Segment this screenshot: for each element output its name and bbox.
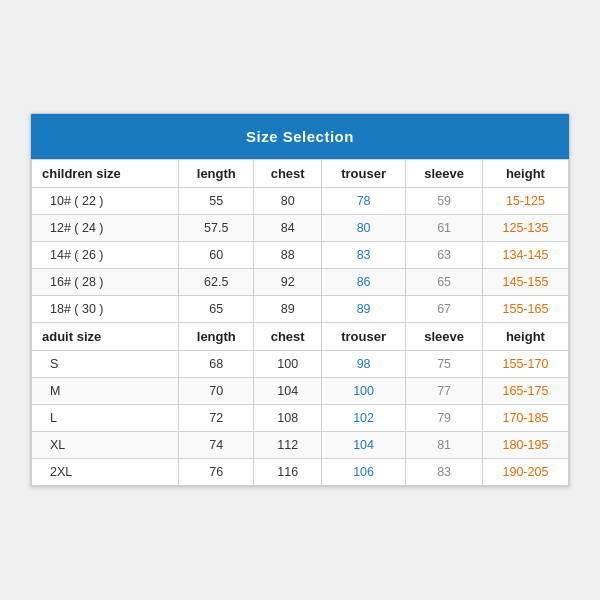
column-header-5: height bbox=[482, 160, 568, 188]
table-cell-col-5: 134-145 bbox=[482, 242, 568, 269]
table-cell-col-2: 108 bbox=[254, 405, 321, 432]
table-cell-col-4: 65 bbox=[406, 269, 483, 296]
table-cell-col-1: 70 bbox=[179, 378, 254, 405]
table-cell-col-4: 77 bbox=[406, 378, 483, 405]
table-cell-col-1: 57.5 bbox=[179, 215, 254, 242]
table-cell-col-1: 76 bbox=[179, 459, 254, 486]
table-cell-col-3: 83 bbox=[321, 242, 405, 269]
size-chart-card: Size Selection children sizelengthchestt… bbox=[30, 113, 570, 487]
table-cell-col-3: 80 bbox=[321, 215, 405, 242]
column-header-3: trouser bbox=[321, 160, 405, 188]
column-header-3: trouser bbox=[321, 323, 405, 351]
table-cell-col-5: 190-205 bbox=[482, 459, 568, 486]
table-cell-col-4: 83 bbox=[406, 459, 483, 486]
table-cell-col-5: 155-170 bbox=[482, 351, 568, 378]
table-cell-col-3: 98 bbox=[321, 351, 405, 378]
table-cell-col-0: XL bbox=[32, 432, 179, 459]
table-cell-col-1: 72 bbox=[179, 405, 254, 432]
table-cell-col-0: 10# ( 22 ) bbox=[32, 188, 179, 215]
table-cell-col-4: 67 bbox=[406, 296, 483, 323]
table-cell-col-0: M bbox=[32, 378, 179, 405]
table-cell-col-4: 61 bbox=[406, 215, 483, 242]
table-cell-col-0: 14# ( 26 ) bbox=[32, 242, 179, 269]
table-cell-col-5: 145-155 bbox=[482, 269, 568, 296]
table-cell-col-2: 88 bbox=[254, 242, 321, 269]
table-cell-col-0: 18# ( 30 ) bbox=[32, 296, 179, 323]
table-cell-col-1: 74 bbox=[179, 432, 254, 459]
table-cell-col-3: 89 bbox=[321, 296, 405, 323]
column-header-1: length bbox=[179, 323, 254, 351]
column-header-5: height bbox=[482, 323, 568, 351]
table-cell-col-3: 102 bbox=[321, 405, 405, 432]
table-cell-col-4: 79 bbox=[406, 405, 483, 432]
table-cell-col-2: 84 bbox=[254, 215, 321, 242]
table-cell-col-3: 78 bbox=[321, 188, 405, 215]
table-cell-col-1: 55 bbox=[179, 188, 254, 215]
table-cell-col-3: 104 bbox=[321, 432, 405, 459]
table-cell-col-2: 104 bbox=[254, 378, 321, 405]
table-cell-col-2: 100 bbox=[254, 351, 321, 378]
table-cell-col-2: 116 bbox=[254, 459, 321, 486]
column-header-2: chest bbox=[254, 160, 321, 188]
table-cell-col-2: 112 bbox=[254, 432, 321, 459]
column-header-4: sleeve bbox=[406, 323, 483, 351]
table-cell-col-1: 68 bbox=[179, 351, 254, 378]
table-cell-col-4: 81 bbox=[406, 432, 483, 459]
column-header-2: chest bbox=[254, 323, 321, 351]
table-cell-col-4: 59 bbox=[406, 188, 483, 215]
table-cell-col-5: 125-135 bbox=[482, 215, 568, 242]
table-cell-col-3: 106 bbox=[321, 459, 405, 486]
table-cell-col-0: L bbox=[32, 405, 179, 432]
table-cell-col-2: 89 bbox=[254, 296, 321, 323]
table-cell-col-1: 65 bbox=[179, 296, 254, 323]
column-header-4: sleeve bbox=[406, 160, 483, 188]
table-cell-col-0: 16# ( 28 ) bbox=[32, 269, 179, 296]
table-cell-col-0: 2XL bbox=[32, 459, 179, 486]
column-header-0: children size bbox=[32, 160, 179, 188]
table-cell-col-5: 15-125 bbox=[482, 188, 568, 215]
column-header-1: length bbox=[179, 160, 254, 188]
table-cell-col-1: 62.5 bbox=[179, 269, 254, 296]
table-cell-col-0: 12# ( 24 ) bbox=[32, 215, 179, 242]
table-cell-col-1: 60 bbox=[179, 242, 254, 269]
table-cell-col-5: 170-185 bbox=[482, 405, 568, 432]
chart-title: Size Selection bbox=[31, 114, 569, 159]
table-cell-col-4: 63 bbox=[406, 242, 483, 269]
table-cell-col-0: S bbox=[32, 351, 179, 378]
size-table: children sizelengthchesttrousersleevehei… bbox=[31, 159, 569, 486]
table-cell-col-5: 180-195 bbox=[482, 432, 568, 459]
table-cell-col-5: 165-175 bbox=[482, 378, 568, 405]
column-header-0: aduit size bbox=[32, 323, 179, 351]
table-cell-col-2: 92 bbox=[254, 269, 321, 296]
table-cell-col-3: 100 bbox=[321, 378, 405, 405]
table-cell-col-4: 75 bbox=[406, 351, 483, 378]
table-cell-col-2: 80 bbox=[254, 188, 321, 215]
table-cell-col-5: 155-165 bbox=[482, 296, 568, 323]
table-cell-col-3: 86 bbox=[321, 269, 405, 296]
